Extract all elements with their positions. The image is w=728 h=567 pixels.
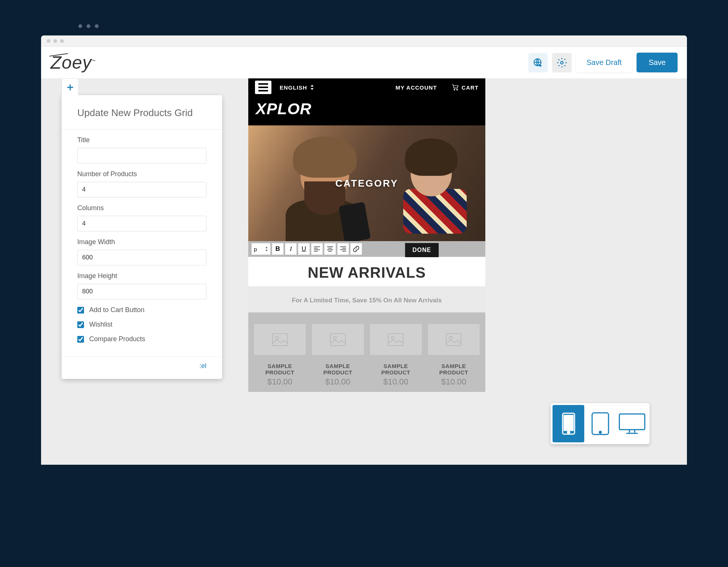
italic-button[interactable]: I — [285, 243, 297, 255]
products-grid: SAMPLE PRODUCT $10.00 SAMPLE PRODUCT $10… — [248, 312, 485, 392]
app-header: Zoey™ Save Draft Save — [41, 47, 687, 78]
compare-label: Compare Products — [89, 335, 145, 343]
image-placeholder-icon — [330, 333, 346, 346]
svg-point-5 — [276, 336, 279, 339]
globe-button[interactable] — [528, 53, 548, 72]
section-subtitle: For A Limited Time, Save 15% On All New … — [248, 286, 485, 312]
hero-image: CATEGORY — [248, 125, 485, 241]
plus-icon — [66, 83, 75, 92]
desktop-icon — [618, 413, 646, 434]
image-width-field[interactable] — [77, 250, 206, 265]
product-card[interactable]: SAMPLE PRODUCT $10.00 — [311, 324, 364, 387]
properties-panel: Update New Products Grid Title Number of… — [62, 95, 222, 379]
monitor-bezel: Zoey™ Save Draft Save Updat — [28, 11, 700, 478]
image-height-label: Image Height — [77, 272, 206, 280]
settings-button[interactable] — [552, 53, 572, 72]
product-name: SAMPLE PRODUCT — [427, 363, 480, 376]
product-price: $10.00 — [427, 377, 480, 387]
tablet-view-button[interactable] — [584, 405, 616, 442]
wishlist-checkbox[interactable] — [77, 321, 84, 328]
product-name: SAMPLE PRODUCT — [370, 363, 422, 376]
align-right-icon — [340, 246, 346, 252]
title-field-label: Title — [77, 136, 206, 144]
add-to-cart-checkbox[interactable] — [77, 307, 84, 314]
updown-icon — [310, 85, 314, 90]
hamburger-menu[interactable] — [255, 81, 271, 94]
product-image-placeholder — [370, 324, 422, 355]
link-icon — [353, 246, 360, 252]
num-products-field[interactable] — [77, 182, 206, 197]
align-left-button[interactable] — [311, 243, 323, 255]
svg-point-1 — [560, 61, 563, 64]
svg-point-16 — [599, 432, 601, 433]
product-card[interactable]: SAMPLE PRODUCT $10.00 — [253, 324, 306, 387]
columns-field[interactable] — [77, 216, 206, 231]
panel-footer-link[interactable]: :el — [62, 356, 222, 379]
product-image-placeholder — [311, 324, 364, 355]
header-actions: Save Draft Save — [528, 53, 678, 72]
align-left-icon — [314, 246, 320, 252]
phone-icon — [561, 412, 576, 435]
done-button[interactable]: DONE — [405, 243, 439, 257]
gear-icon — [557, 57, 567, 68]
panel-title: Update New Products Grid — [62, 95, 222, 130]
paragraph-select[interactable]: p — [251, 243, 271, 255]
add-to-cart-label: Add to Cart Button — [89, 306, 144, 314]
product-name: SAMPLE PRODUCT — [253, 363, 306, 376]
svg-rect-10 — [446, 334, 461, 346]
format-toolbar: p B I U — [248, 241, 485, 257]
cart-link[interactable]: CART — [452, 84, 479, 91]
browser-window: Zoey™ Save Draft Save Updat — [41, 35, 687, 465]
align-right-button[interactable] — [337, 243, 349, 255]
updown-icon — [265, 247, 268, 251]
svg-rect-17 — [619, 414, 645, 430]
preview-frame: ENGLISH MY ACCOUNT CART — [248, 78, 485, 392]
desktop-view-button[interactable] — [616, 405, 648, 442]
svg-point-7 — [333, 336, 336, 339]
align-center-icon — [327, 246, 333, 252]
brand-name: XPLOR — [256, 100, 478, 118]
cart-icon — [452, 84, 458, 90]
globe-cursor-icon — [533, 57, 543, 68]
save-draft-button[interactable]: Save Draft — [576, 53, 632, 72]
image-placeholder-icon — [445, 333, 462, 346]
panel-body: Title Number of Products Columns Im — [62, 130, 222, 354]
device-selector — [551, 403, 650, 444]
svg-point-14 — [567, 431, 570, 433]
preview-topbar: ENGLISH MY ACCOUNT CART — [248, 78, 485, 96]
svg-rect-6 — [330, 334, 345, 346]
trademark-icon: ™ — [92, 59, 96, 63]
mobile-view-button[interactable] — [553, 405, 584, 442]
compare-checkbox[interactable] — [77, 336, 84, 343]
svg-rect-13 — [564, 415, 573, 430]
product-card[interactable]: SAMPLE PRODUCT $10.00 — [370, 324, 422, 387]
bold-button[interactable]: B — [272, 243, 284, 255]
browser-chrome — [41, 35, 687, 47]
monitor-stand — [304, 477, 424, 567]
svg-point-9 — [391, 336, 394, 339]
product-name: SAMPLE PRODUCT — [311, 363, 364, 376]
underline-button[interactable]: U — [298, 243, 310, 255]
image-width-label: Image Width — [77, 238, 206, 246]
image-height-field[interactable] — [77, 284, 206, 299]
app-logo: Zoey™ — [50, 52, 96, 73]
product-card[interactable]: SAMPLE PRODUCT $10.00 — [427, 324, 480, 387]
link-button[interactable] — [350, 243, 362, 255]
product-image-placeholder — [253, 324, 306, 355]
image-placeholder-icon — [388, 333, 404, 346]
add-component-tab[interactable] — [62, 78, 79, 96]
monitor-indicator-dots — [41, 24, 687, 28]
svg-point-11 — [449, 336, 452, 339]
monitor-frame: Zoey™ Save Draft Save Updat — [28, 11, 700, 567]
product-price: $10.00 — [311, 377, 364, 387]
canvas-area: Update New Products Grid Title Number of… — [41, 78, 687, 465]
product-price: $10.00 — [370, 377, 422, 387]
title-field[interactable] — [77, 148, 206, 163]
my-account-link[interactable]: MY ACCOUNT — [395, 84, 437, 91]
num-products-label: Number of Products — [77, 170, 206, 178]
svg-rect-4 — [273, 334, 287, 346]
save-button[interactable]: Save — [637, 53, 678, 72]
language-select[interactable]: ENGLISH — [280, 84, 314, 91]
brand-bar: XPLOR — [248, 96, 485, 125]
align-center-button[interactable] — [324, 243, 336, 255]
